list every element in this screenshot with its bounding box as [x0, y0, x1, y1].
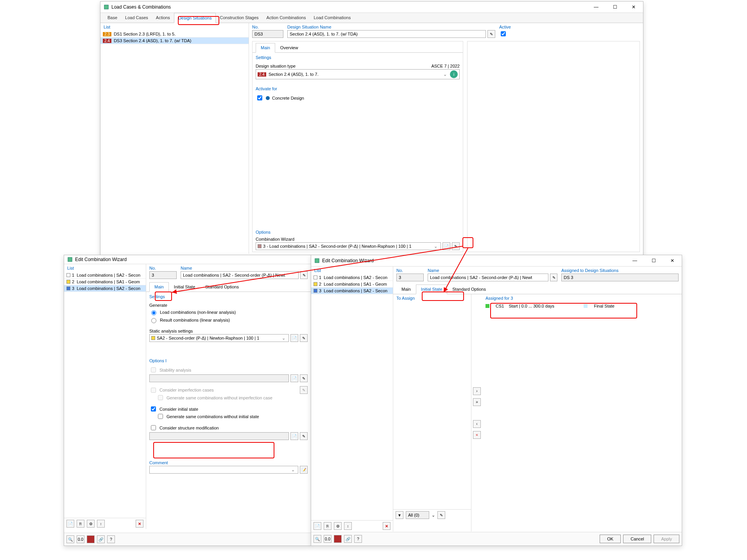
ds-type-dropdown[interactable]: 2.4 Section 2.4 (ASD), 1. to 7. ⌄ i [256, 69, 460, 79]
move-all-left-icon[interactable]: « [473, 431, 481, 439]
subtab-main[interactable]: Main [256, 43, 275, 53]
radio-linear[interactable] [151, 318, 156, 323]
info-icon[interactable]: i [450, 70, 458, 78]
no-input[interactable] [149, 271, 177, 279]
subtab-standard-options[interactable]: Standard Options [447, 284, 491, 294]
tab-design-situations[interactable]: Design Situations [174, 13, 216, 23]
name-input[interactable] [181, 271, 299, 279]
delete-icon[interactable]: ✕ [136, 520, 143, 528]
structure-edit-icon[interactable]: ✎ [300, 432, 308, 440]
chevron-down-icon[interactable]: ⌄ [432, 244, 439, 249]
wizard-list-row[interactable]: 2 Load combinations | SA1 - Geom [64, 279, 146, 285]
subtab-overview[interactable]: Overview [275, 43, 303, 52]
tab-action-combinations[interactable]: Action Combinations [263, 13, 310, 23]
clear-filter-icon[interactable]: ✎ [437, 511, 445, 519]
wizard-list-row[interactable]: 1 Load combinations | SA2 - Secon [311, 274, 393, 281]
chevron-down-icon[interactable]: ⌄ [280, 336, 287, 341]
ds-name-input[interactable] [287, 30, 486, 38]
copy-icon[interactable]: ⎘ [324, 522, 331, 530]
wizard-list-row[interactable]: 2 Load combinations | SA1 - Geom [311, 281, 393, 288]
dialog-title: Edit Combination Wizard [75, 257, 308, 262]
static-edit-icon[interactable]: ✎ [300, 334, 308, 342]
move-right-icon[interactable]: › [473, 387, 481, 395]
combo-wizard-edit-icon[interactable]: ✎ [452, 242, 460, 250]
tab-load-cases[interactable]: Load Cases [121, 13, 152, 23]
link-icon[interactable]: 🔗 [344, 535, 352, 543]
new-icon[interactable]: 📄 [66, 520, 74, 528]
edit-name-icon[interactable]: ✎ [487, 30, 495, 38]
filter-icon[interactable]: ▼ [396, 511, 403, 519]
initial-state-sub-checkbox[interactable] [158, 414, 163, 419]
subtab-main[interactable]: Main [396, 284, 416, 294]
help-icon[interactable]: ? [354, 535, 362, 543]
structure-new-icon[interactable]: 📄 [290, 432, 298, 440]
unit-icon[interactable]: 0.0 [324, 535, 331, 543]
initial-state-checkbox[interactable] [151, 406, 156, 412]
cancel-button[interactable]: Cancel [623, 535, 651, 543]
unit-icon[interactable]: 0.0 [77, 535, 84, 543]
filter-all-input[interactable] [406, 511, 429, 519]
move-all-right-icon[interactable]: » [473, 398, 481, 406]
ds-list-row[interactable]: 2.4 DS3 Section 2.4 (ASD), 1. to 7. (w/ … [100, 38, 249, 44]
tab-construction-stages[interactable]: Construction Stages [216, 13, 262, 23]
minimize-button[interactable]: — [590, 3, 602, 11]
edit-name-icon[interactable]: ✎ [550, 274, 557, 281]
wizard-list-row[interactable]: 1 Load combinations | SA2 - Secon [64, 272, 146, 279]
ds-list-row[interactable]: 2.3 DS1 Section 2.3 (LRFD), 1. to 5. [100, 31, 249, 38]
wizard-list-row[interactable]: 3 Load combinations | SA2 - Secon [311, 288, 393, 294]
move-left-icon[interactable]: ‹ [473, 420, 481, 428]
tab-actions[interactable]: Actions [152, 13, 174, 23]
subtab-initial-state[interactable]: Initial State [416, 284, 447, 294]
zoom-icon[interactable]: 🔍 [66, 535, 74, 543]
close-button[interactable]: ✕ [666, 257, 679, 265]
comment-edit-icon[interactable]: 📝 [300, 466, 308, 474]
apply-button[interactable]: Apply [654, 535, 679, 543]
combo-wizard-new-icon[interactable]: 📄 [442, 242, 450, 250]
delete-icon[interactable]: ✕ [383, 522, 391, 530]
active-checkbox[interactable] [501, 31, 506, 36]
no-input[interactable] [396, 274, 424, 281]
zoom-icon[interactable]: 🔍 [313, 535, 321, 543]
stability-edit-icon[interactable]: ✎ [300, 374, 308, 382]
new-icon[interactable]: 📄 [313, 522, 321, 530]
chevron-down-icon[interactable]: ⌄ [442, 72, 448, 77]
static-new-icon[interactable]: 📄 [290, 334, 298, 342]
maximize-button[interactable]: ☐ [647, 257, 660, 265]
concrete-design-checkbox[interactable] [257, 95, 262, 100]
tab-load-combinations[interactable]: Load Combinations [310, 13, 355, 23]
tool1-icon[interactable]: ⚙ [334, 522, 342, 530]
close-button[interactable]: ✕ [627, 3, 640, 11]
radio-nonlinear[interactable] [151, 310, 156, 315]
stability-new-icon[interactable]: 📄 [290, 374, 298, 382]
ok-button[interactable]: OK [600, 535, 621, 543]
subtab-main[interactable]: Main [149, 282, 169, 292]
combo-wizard-dropdown[interactable]: 3 - Load combinations | SA2 - Second-ord… [256, 242, 441, 250]
chevron-down-icon[interactable]: ⌄ [432, 513, 435, 518]
link-icon[interactable]: 🔗 [97, 535, 105, 543]
static-dropdown[interactable]: SA2 - Second-order (P-Δ) | Newton-Raphso… [149, 334, 289, 342]
comment-dropdown[interactable]: ⌄ [149, 466, 298, 474]
tool1-icon[interactable]: ⚙ [87, 520, 95, 528]
help-icon[interactable]: ? [107, 535, 115, 543]
tool2-icon[interactable]: ↕ [344, 522, 352, 530]
chevron-down-icon[interactable]: ⌄ [290, 467, 296, 472]
assigned-ds-input[interactable] [561, 274, 679, 281]
tab-base[interactable]: Base [104, 13, 121, 23]
assigned-item-row[interactable]: CS1 Start | 0.0 ... 300.0 days Final Sta… [482, 302, 682, 310]
maximize-button[interactable]: ☐ [609, 3, 621, 11]
structure-mod-checkbox[interactable] [151, 425, 156, 430]
subtab-standard-options[interactable]: Standard Options [200, 282, 244, 292]
minimize-button[interactable]: — [629, 257, 641, 265]
row-num: 3 [72, 286, 74, 291]
copy-icon[interactable]: ⎘ [77, 520, 84, 528]
color-icon[interactable] [334, 535, 342, 543]
color-icon[interactable] [87, 535, 95, 543]
tool2-icon[interactable]: ↕ [97, 520, 105, 528]
subtab-initial-state[interactable]: Initial State [169, 282, 200, 292]
wizard-list-row[interactable]: 3 Load combinations | SA2 - Secon [64, 285, 146, 292]
edit-name-icon[interactable]: ✎ [300, 271, 308, 279]
imperfection-edit-icon[interactable]: ✎ [300, 386, 308, 394]
row-swatch-icon [66, 280, 70, 284]
no-input[interactable] [252, 30, 283, 38]
name-input[interactable] [428, 274, 548, 281]
